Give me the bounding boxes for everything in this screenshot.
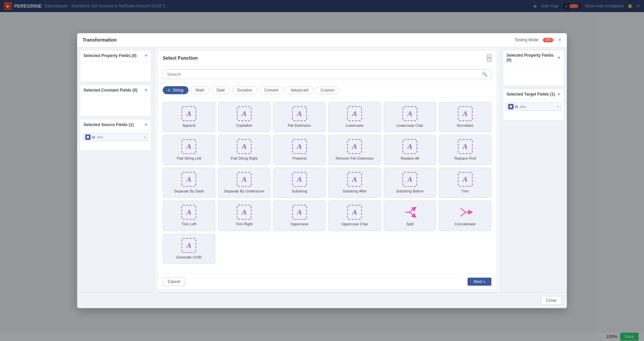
function-card-replace-all[interactable]: A Replace All <box>384 135 436 165</box>
tab-math[interactable]: Math <box>191 86 210 94</box>
testing-mode-label: Testing Mode <box>515 38 538 42</box>
normalize-label: Normalize <box>457 123 474 128</box>
function-card-substring-after[interactable]: A Substring After <box>328 168 381 198</box>
add-source-field-button[interactable]: + <box>145 122 148 127</box>
function-card-split[interactable]: Split <box>384 201 436 231</box>
generate-uuid-label: Generate UUID <box>176 255 202 260</box>
trim-icon: A <box>458 172 473 187</box>
generate-uuid-icon: A <box>181 238 196 253</box>
replace-all-icon: A <box>402 139 417 154</box>
target-fields-section: Selected Target Fields (1) + ▦ Id Abc × <box>503 89 564 120</box>
target-field-chip[interactable]: ▦ Id Abc × <box>506 103 561 111</box>
pad-string-left-icon: A <box>181 139 196 154</box>
replace-all-label: Replace All <box>400 156 419 161</box>
tab-string[interactable]: String <box>163 86 189 94</box>
transformation-header: Transformation Testing Mode OFF × <box>77 33 567 47</box>
function-card-remove-file-extension[interactable]: A Remove File Extension <box>328 135 381 165</box>
close-footer-button[interactable]: Close <box>541 296 561 305</box>
testing-toggle-off[interactable]: OFF <box>543 38 553 42</box>
function-card-capitalize[interactable]: A Capitalize <box>218 102 271 132</box>
function-card-trim-right[interactable]: A Trim Right <box>218 201 271 231</box>
property-fields-section: Selected Property Fields (0) + <box>80 50 151 82</box>
svg-line-1 <box>409 208 415 212</box>
tab-custom[interactable]: Custom <box>316 86 339 94</box>
prepend-icon: A <box>292 139 307 154</box>
function-card-pad-string-left[interactable]: A Pad String Left <box>163 135 215 165</box>
tab-convert[interactable]: Convert <box>259 86 283 94</box>
transformation-close-button[interactable]: × <box>558 37 561 44</box>
remove-file-extension-label: Remove File Extension <box>336 156 374 161</box>
add-property-field-button[interactable]: + <box>145 53 148 58</box>
lowercase-label: Lowercase <box>346 123 364 128</box>
property-fields-body <box>80 61 151 81</box>
right-property-fields-section: Selected Property Fields (0) + <box>503 50 564 86</box>
prepend-label: Prepend <box>292 156 307 161</box>
tab-advanced[interactable]: Advanced <box>285 86 313 94</box>
function-card-file-extension[interactable]: A File Extension <box>273 102 326 132</box>
substring-before-icon: A <box>402 172 417 187</box>
concatenate-icon <box>458 205 473 220</box>
add-target-field-button[interactable]: + <box>557 92 560 97</box>
function-card-separate-by-underscore[interactable]: A Separate By Underscore <box>218 168 271 198</box>
lowercase-char-label: Lowercase Char <box>396 123 423 128</box>
trans-right-panel: Selected Property Fields (0) + Selected … <box>500 47 567 292</box>
function-card-uppercase[interactable]: A Uppercase <box>273 201 326 231</box>
select-function-dialog: Select Function × 🔍 String <box>157 50 497 290</box>
sf-header: Select Function × <box>157 50 497 66</box>
target-field-remove[interactable]: × <box>557 105 559 109</box>
source-field-remove[interactable]: × <box>144 135 146 139</box>
function-card-replace-first[interactable]: A Replace First <box>439 135 491 165</box>
tab-duration[interactable]: Duration <box>232 86 257 94</box>
lowercase-icon: A <box>347 106 362 121</box>
sf-title: Select Function <box>163 55 198 61</box>
separate-by-underscore-icon: A <box>237 172 252 187</box>
sf-close-button[interactable]: × <box>487 54 491 62</box>
function-card-separate-by-dash[interactable]: A Separate By Dash <box>163 168 215 198</box>
function-card-generate-uuid[interactable]: A Generate UUID <box>163 234 215 264</box>
target-field-icon: ▦ <box>508 104 514 109</box>
right-property-fields-header: Selected Property Fields (0) + <box>503 50 564 65</box>
replace-first-label: Replace First <box>454 156 476 161</box>
function-card-append[interactable]: A Append <box>163 102 215 132</box>
transformation-footer: Close <box>77 292 567 308</box>
function-card-trim[interactable]: A Trim <box>439 168 491 198</box>
next-button[interactable]: Next » <box>468 278 491 286</box>
tab-convert-label: Convert <box>264 88 278 93</box>
function-card-lowercase-char[interactable]: A Lowercase Char <box>384 102 436 132</box>
constant-fields-section: Selected Constant Fields (0) + <box>80 84 151 116</box>
function-card-substring-before[interactable]: A Substring Before <box>384 168 436 198</box>
trans-center-panel: Select Function × 🔍 String <box>154 47 500 292</box>
source-field-icon: ▦ <box>85 134 91 140</box>
target-field-name: Id <box>515 105 518 109</box>
replace-first-icon: A <box>458 139 473 154</box>
function-card-concatenate[interactable]: Concatenate <box>439 201 491 231</box>
substring-icon: A <box>292 172 307 187</box>
transformation-body: Selected Property Fields (0) + Selected … <box>77 47 567 292</box>
add-constant-field-button[interactable]: + <box>145 88 148 93</box>
function-card-normalize[interactable]: A Normalize <box>439 102 491 132</box>
function-card-lowercase[interactable]: A Lowercase <box>328 102 381 132</box>
cancel-button[interactable]: Cancel <box>163 277 185 286</box>
testing-mode-toggle[interactable]: OFF <box>541 37 555 43</box>
svg-line-3 <box>461 208 466 212</box>
pad-string-right-icon: A <box>237 139 252 154</box>
function-card-pad-string-right[interactable]: A Pad String Right <box>218 135 271 165</box>
sf-search-bar: 🔍 <box>157 66 497 83</box>
constant-fields-body <box>80 96 151 116</box>
function-card-prepend[interactable]: A Prepend <box>273 135 326 165</box>
source-field-chip[interactable]: ▦ Id Abc × <box>83 133 148 141</box>
tab-string-label: String <box>173 88 183 93</box>
function-card-uppercase-char[interactable]: A Uppercase Char <box>328 201 381 231</box>
function-card-substring[interactable]: A Substring <box>273 168 326 198</box>
source-fields-label: Selected Source Fields (1) <box>84 122 133 127</box>
tab-date-label: Date <box>216 88 225 93</box>
append-label: Append <box>182 123 195 128</box>
sf-search-input[interactable] <box>163 69 491 79</box>
capitalize-label: Capitalize <box>236 123 252 128</box>
function-card-trim-left[interactable]: A Trim Left <box>163 201 215 231</box>
sf-function-grid: A Append A Capitalize A File Extension A… <box>157 98 497 274</box>
right-add-property-field-button[interactable]: + <box>557 55 560 60</box>
tab-date[interactable]: Date <box>211 86 230 94</box>
trim-left-label: Trim Left <box>182 222 196 226</box>
sf-footer: Cancel Next » <box>157 274 497 289</box>
